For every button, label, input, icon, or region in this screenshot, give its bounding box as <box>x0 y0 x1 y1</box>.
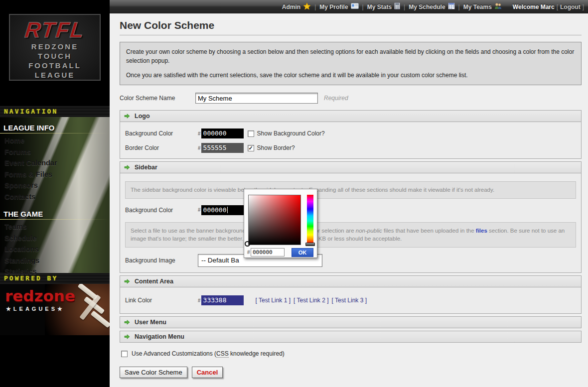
banner-note-em: non-public <box>356 228 382 234</box>
picker-hex-input[interactable] <box>251 248 285 257</box>
banner-note: Select a file to use as the banner backg… <box>125 222 576 248</box>
menu-my-teams-label: My Teams <box>463 3 492 10</box>
form-buttons: Save Color Scheme Cancel <box>120 367 582 378</box>
sidebar-item-teams[interactable]: Teams <box>0 221 110 233</box>
css-abbr: CSS <box>216 350 229 358</box>
green-arrow-icon <box>124 319 130 325</box>
sidebar-item-schedule[interactable]: Schedule <box>0 233 110 244</box>
menu-admin-label: Admin <box>282 3 300 10</box>
scheme-name-row: Color Scheme Name Required <box>120 93 582 104</box>
menu-separator: | <box>362 3 364 10</box>
field-label: Background Image <box>125 257 198 264</box>
logo-acronym: RTFL <box>8 18 101 42</box>
hue-slider-handle[interactable] <box>305 243 315 246</box>
instructions-box: Create your own color scheme by choosing… <box>120 42 582 85</box>
redzone-leagues-logo[interactable]: redzone <box>5 287 75 305</box>
menu-my-profile[interactable]: My Profile <box>319 3 358 10</box>
advanced-customizations-row: Use Advanced Customizations (CSS knowled… <box>121 350 582 357</box>
section-title: Logo <box>135 113 150 120</box>
section-sidebar: Sidebar The sidebar background color is … <box>120 161 582 273</box>
scheme-name-input[interactable] <box>195 93 318 104</box>
sidebar-logo-area: RTFL REDZONE TOUCH FOOTBALL LEAGUE <box>0 14 110 106</box>
section-navigation-menu: Navigation Menu <box>120 331 582 343</box>
main-content: New Color Scheme Create your own color s… <box>110 13 588 387</box>
vcard-icon <box>351 3 359 10</box>
checkbox-label: Show Background Color? <box>257 130 325 137</box>
link-color-row: Link Color # 333388 [ Test Link 1 ] [ Te… <box>125 295 576 305</box>
picker-ok-button[interactable]: OK <box>292 248 313 257</box>
menu-admin[interactable]: Admin <box>282 2 311 11</box>
green-arrow-icon <box>124 278 130 284</box>
league-logo: RTFL REDZONE TOUCH FOOTBALL LEAGUE <box>9 14 101 81</box>
logo-border-color-swatch[interactable]: 555555 <box>201 143 244 153</box>
cancel-button[interactable]: Cancel <box>192 367 223 378</box>
logo-border-color-row: Border Color # 555555 ✓ Show Border? <box>125 143 576 153</box>
sidebar-item-forums[interactable]: Forums <box>0 146 110 158</box>
swatch-hex-value: 000000 <box>203 206 227 214</box>
field-label: Link Color <box>125 297 198 304</box>
section-header-sidebar[interactable]: Sidebar <box>120 161 582 173</box>
logo-line: REDZONE <box>10 42 100 51</box>
welcome-text: Welcome Marc <box>513 3 555 10</box>
sidebar-bottom <box>0 335 110 387</box>
required-note: Required <box>324 95 348 102</box>
section-body-content-area: Link Color # 333388 [ Test Link 1 ] [ Te… <box>120 287 582 314</box>
sidebar: RTFL REDZONE TOUCH FOOTBALL LEAGUE NAVIG… <box>0 0 110 387</box>
section-title: Sidebar <box>135 164 157 171</box>
section-header-navigation-menu[interactable]: Navigation Menu <box>120 331 582 343</box>
sidebar-item-statistics[interactable]: Statistics <box>0 266 110 277</box>
advanced-customizations-checkbox[interactable] <box>121 351 128 357</box>
saturation-value-gradient[interactable] <box>248 195 301 245</box>
color-picker-popup: # OK <box>244 189 317 258</box>
section-title: Content Area <box>135 278 173 285</box>
test-link-2[interactable]: [ Test Link 2 ] <box>294 297 328 304</box>
hue-slider-bar[interactable] <box>307 195 313 243</box>
test-link-1[interactable]: [ Test Link 1 ] <box>256 297 291 304</box>
instructions-paragraph: Create your own color scheme by choosing… <box>126 47 575 65</box>
topbar: Admin | My Profile | My Stats | <box>110 0 588 13</box>
show-bg-color-checkbox[interactable] <box>248 130 254 137</box>
green-arrow-icon <box>124 113 130 119</box>
section-user-menu: User Menu <box>120 316 582 328</box>
sidebar-item-contacts[interactable]: Contacts <box>0 191 110 203</box>
link-color-swatch[interactable]: 333388 <box>201 295 244 305</box>
menu-my-stats[interactable]: My Stats <box>367 2 400 11</box>
field-label: Background Color <box>125 130 198 137</box>
section-header-logo[interactable]: Logo <box>120 110 582 122</box>
test-link-3[interactable]: [ Test Link 3 ] <box>332 297 367 304</box>
green-arrow-icon <box>124 164 130 170</box>
section-header-user-menu[interactable]: User Menu <box>120 316 582 328</box>
sidebar-bg-color-swatch[interactable]: 000000 <box>201 205 244 215</box>
sidebar-item-sponsors[interactable]: Sponsors <box>0 180 110 191</box>
section-header-content-area[interactable]: Content Area <box>120 275 582 287</box>
sidebar-bg-color-row: Background Color # 000000 <box>125 205 576 215</box>
topbar-menu: Admin | My Profile | My Stats | <box>282 2 502 11</box>
menu-my-profile-label: My Profile <box>319 3 348 10</box>
sidebar-item-forms-files[interactable]: Forms & Files <box>0 169 110 180</box>
logout-bracket: [ <box>557 3 558 10</box>
group-icon <box>494 2 502 11</box>
instructions-paragraph: Once you are satisfied with the current … <box>126 71 575 80</box>
logo-bg-color-swatch[interactable]: 000000 <box>201 129 244 138</box>
green-arrow-icon <box>124 334 130 340</box>
logo-line: LEAGUE <box>10 70 100 80</box>
menu-my-teams[interactable]: My Teams <box>463 2 502 11</box>
sidebar-item-home[interactable]: Home <box>0 135 110 146</box>
logout-link[interactable]: Logout <box>560 3 581 10</box>
sidebar-item-standings[interactable]: Standings <box>0 255 110 266</box>
field-label: Background Color <box>125 207 198 214</box>
background-image-row: Background Image -- Default Ba <box>125 254 576 267</box>
hex-hash: # <box>198 298 201 303</box>
files-link[interactable]: files <box>476 228 487 234</box>
section-body-logo: Background Color # 000000 Show Backgroun… <box>120 122 582 159</box>
calculator-icon <box>394 2 400 11</box>
nav-group-league-info: LEAGUE INFO <box>0 122 110 133</box>
sidebar-item-locations[interactable]: Locations <box>0 244 110 255</box>
sidebar-item-event-calendar[interactable]: Event Calendar <box>0 157 110 169</box>
page-title: New Color Scheme <box>120 19 582 31</box>
menu-separator: | <box>458 3 460 10</box>
save-color-scheme-button[interactable]: Save Color Scheme <box>120 367 187 378</box>
menu-my-schedule[interactable]: My Schedule <box>409 2 454 11</box>
show-border-checkbox[interactable]: ✓ <box>248 145 254 151</box>
section-title: User Menu <box>135 319 166 326</box>
